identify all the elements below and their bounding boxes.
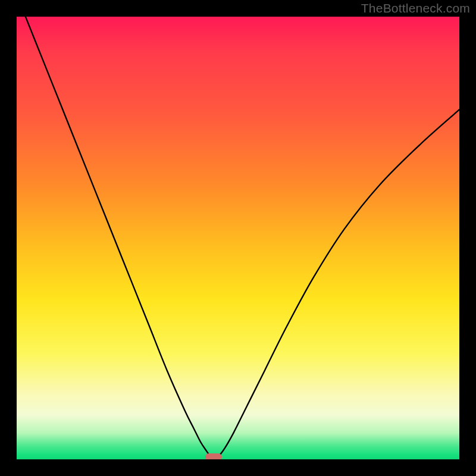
bottleneck-curve bbox=[17, 17, 459, 459]
minimum-marker bbox=[205, 453, 222, 459]
chart-frame bbox=[17, 17, 459, 459]
plot-area bbox=[17, 17, 459, 459]
watermark-text: TheBottleneck.com bbox=[361, 1, 470, 15]
